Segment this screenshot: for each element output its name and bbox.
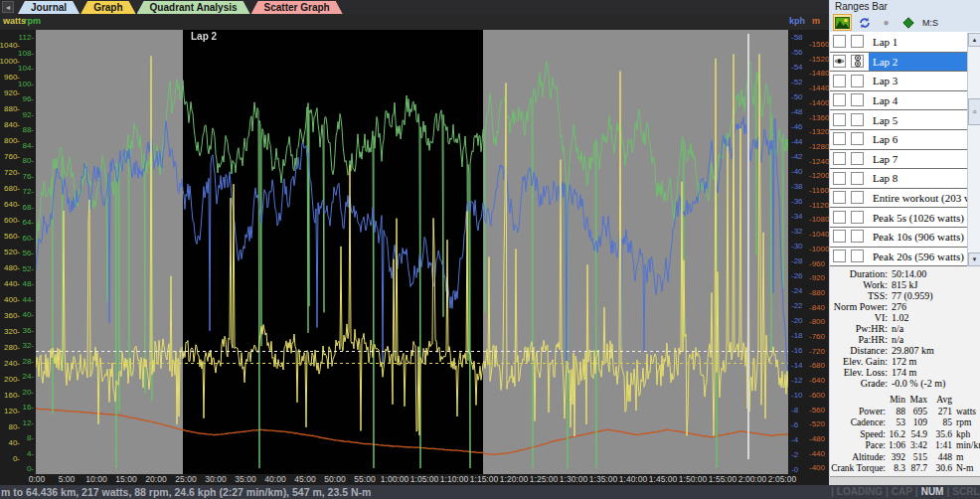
m-tick-label: -960 bbox=[809, 260, 825, 268]
m-tick-label: -1120 bbox=[809, 202, 829, 210]
zoom-checkbox[interactable] bbox=[851, 93, 864, 106]
visible-checkbox[interactable] bbox=[833, 211, 846, 224]
range-item-peak-5s-1026-watts[interactable]: Peak 5s (1026 watts) bbox=[830, 208, 980, 228]
time-tick-label: 2:00:00 bbox=[738, 474, 766, 484]
stat-label: Elev. Loss: bbox=[830, 367, 888, 378]
mm-max: 3:42 bbox=[905, 440, 927, 452]
visible-checkbox[interactable] bbox=[833, 250, 846, 262]
visible-checkbox[interactable] bbox=[833, 191, 846, 204]
range-item-lap-2[interactable]: Lap 2 bbox=[830, 53, 980, 73]
mountain-chart-icon bbox=[835, 17, 850, 29]
rpm-tick-label: 44- bbox=[22, 296, 34, 304]
range-list-scrollbar[interactable]: ▲ ≡ ▼ bbox=[967, 33, 980, 266]
tab-scatter-graph[interactable]: Scatter Graph bbox=[251, 1, 343, 14]
m-tick-label: -720 bbox=[809, 348, 825, 356]
zoom-checkbox[interactable] bbox=[851, 191, 864, 204]
zoom-checkbox[interactable] bbox=[851, 35, 864, 48]
scroll-thumb[interactable]: ≡ bbox=[968, 98, 980, 125]
minmax-row-speed: Speed:16.254.935.6kph bbox=[830, 429, 980, 441]
graph-view-button[interactable] bbox=[833, 14, 852, 31]
range-item-lap-4[interactable]: Lap 4 bbox=[830, 91, 980, 111]
mm-unit: N-m bbox=[952, 463, 973, 475]
m-tick-label: -760 bbox=[809, 333, 825, 341]
kph-tick-label: -12 bbox=[791, 377, 803, 385]
stat-value: n/a bbox=[888, 334, 903, 345]
status-separator: | bbox=[946, 485, 949, 499]
m-tick-label: -520 bbox=[809, 420, 825, 428]
range-item-label: Lap 6 bbox=[869, 130, 980, 149]
range-item-peak-10s-906-watts[interactable]: Peak 10s (906 watts) bbox=[830, 228, 980, 248]
rpm-tick-label: 48- bbox=[22, 280, 34, 288]
zoom-checkbox[interactable] bbox=[851, 75, 864, 87]
range-item-label: Peak 20s (596 watts) bbox=[869, 248, 980, 266]
tab-scroll-left-button[interactable]: ◄ bbox=[2, 1, 14, 13]
range-item-entire-workout-203-watts[interactable]: Entire workout (203 watts) bbox=[830, 189, 980, 209]
panel-bottom-divider bbox=[830, 476, 980, 485]
m-tick-label: -1360 bbox=[809, 114, 829, 122]
visible-checkbox[interactable] bbox=[833, 172, 846, 185]
wko-application-window: ◄ JournalGraphQuadrant AnalysisScatter G… bbox=[0, 0, 980, 499]
visible-checkbox[interactable] bbox=[833, 75, 846, 87]
marker-button[interactable] bbox=[898, 14, 917, 31]
m-tick-label: -1560 bbox=[809, 41, 829, 49]
mm-label: Pace: bbox=[830, 440, 886, 452]
zoom-checkbox[interactable] bbox=[851, 172, 864, 185]
range-item-lap-6[interactable]: Lap 6 bbox=[830, 130, 980, 150]
status-indicator-loading: LOADING bbox=[837, 485, 883, 499]
workout-chart-canvas[interactable] bbox=[36, 30, 788, 474]
zoom-checkbox[interactable] bbox=[851, 230, 864, 243]
mm-max: 695 bbox=[905, 407, 927, 418]
kph-tick-label: -32 bbox=[791, 228, 803, 236]
visible-checkbox[interactable] bbox=[833, 230, 846, 243]
range-item-lap-1[interactable]: Lap 1 bbox=[830, 33, 980, 53]
m-tick-label: -1000 bbox=[809, 246, 829, 253]
tab-journal[interactable]: Journal bbox=[18, 1, 80, 14]
minmax-header-row: MinMaxAvg bbox=[830, 395, 980, 407]
record-button[interactable]: ● bbox=[877, 14, 896, 31]
mm-min: 16.2 bbox=[886, 429, 905, 441]
kph-axis-ticks: -58-56-54-52-50-48-46-44-42-40-38-36-34-… bbox=[789, 14, 806, 485]
zoom-checkbox[interactable] bbox=[851, 152, 864, 165]
stat-vi: VI:1.02 bbox=[830, 312, 980, 323]
stat-label: Work: bbox=[830, 279, 888, 290]
zoom-checkbox[interactable] bbox=[851, 113, 864, 126]
zoom-checkbox[interactable] bbox=[851, 211, 864, 224]
eye-icon bbox=[834, 57, 845, 66]
refresh-icon bbox=[859, 17, 871, 29]
m-tick-label: -560 bbox=[809, 407, 825, 415]
keyboard-state-indicators: |LOADING|CAP|NUM|SCRL bbox=[831, 485, 980, 499]
visible-checkbox[interactable] bbox=[833, 93, 846, 106]
zoom-checkbox[interactable] bbox=[851, 55, 864, 68]
mm-label: Crank Torque: bbox=[830, 463, 886, 475]
range-item-lap-7[interactable]: Lap 7 bbox=[830, 150, 980, 170]
scroll-up-button[interactable]: ▲ bbox=[968, 33, 980, 47]
m-tick-label: -400 bbox=[809, 464, 825, 472]
scroll-down-button[interactable]: ▼ bbox=[968, 252, 980, 266]
visible-checkbox[interactable] bbox=[833, 55, 846, 68]
tab-quadrant-analysis[interactable]: Quadrant Analysis bbox=[137, 1, 250, 14]
rpm-tick-label: 20- bbox=[22, 389, 34, 397]
kph-tick-label: -46 bbox=[791, 123, 803, 131]
zoom-checkbox[interactable] bbox=[851, 132, 864, 145]
m-tick-label: -1480 bbox=[809, 70, 829, 78]
range-item-lap-5[interactable]: Lap 5 bbox=[830, 110, 980, 130]
status-indicator-cap: CAP bbox=[892, 485, 912, 499]
mm-max: 515 bbox=[905, 452, 927, 464]
stat-label: Grade: bbox=[830, 378, 888, 389]
visible-checkbox[interactable] bbox=[833, 35, 846, 48]
visible-checkbox[interactable] bbox=[833, 113, 846, 126]
range-item-label: Lap 8 bbox=[869, 169, 980, 188]
kph-tick-label: -20 bbox=[791, 317, 803, 325]
visible-checkbox[interactable] bbox=[833, 152, 846, 165]
visible-checkbox[interactable] bbox=[833, 132, 846, 145]
mm-avg: 30.6 bbox=[927, 463, 952, 475]
mm-max: 109 bbox=[905, 417, 927, 429]
range-item-peak-20s-596-watts[interactable]: Peak 20s (596 watts) bbox=[830, 248, 980, 266]
zoom-checkbox[interactable] bbox=[851, 250, 864, 262]
time-tick-label: 1:05:00 bbox=[410, 474, 438, 484]
range-item-lap-8[interactable]: Lap 8 bbox=[830, 169, 980, 189]
range-item-lap-3[interactable]: Lap 3 bbox=[830, 72, 980, 91]
tab-graph[interactable]: Graph bbox=[81, 1, 135, 14]
graph-panel: watts rpm kph m Lap 2 1040-1000-960-920-… bbox=[0, 14, 829, 485]
refresh-button[interactable] bbox=[855, 14, 874, 31]
